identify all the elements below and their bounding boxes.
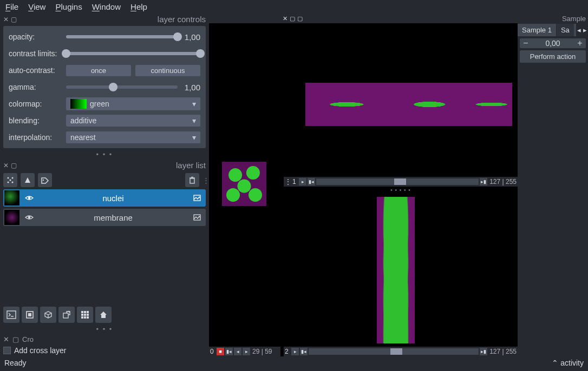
menu-help[interactable]: Help (130, 2, 147, 11)
close-icon[interactable]: ✕ (3, 335, 9, 343)
step-left-button[interactable]: ▮◂ (225, 348, 233, 355)
axis-label: 2 (285, 348, 290, 355)
once-button[interactable]: once (66, 65, 131, 76)
play-button[interactable]: ▸ (291, 348, 299, 355)
grip-icon[interactable]: ⋮ (285, 178, 291, 186)
step-right-button[interactable]: ▸▮ (480, 348, 487, 355)
dim-slider-0: 0 ■ ▮◂ ◂ ▸ 29 | 59 (209, 347, 280, 356)
contrast-slider[interactable] (66, 52, 200, 55)
cross-title: Cro (22, 335, 34, 343)
image-layer-icon (191, 194, 204, 202)
dim-track[interactable] (316, 178, 479, 185)
activity-caret[interactable]: ⌃ (552, 359, 558, 367)
close-icon[interactable]: ✕ (3, 16, 9, 23)
svg-rect-13 (7, 311, 16, 319)
colormap-select[interactable]: green▾ (66, 97, 200, 110)
layer-list-panel: ⋮ nuclei membrane (3, 171, 206, 228)
gamma-label: gamma: (9, 83, 62, 91)
popout-icon[interactable]: ▢ (12, 335, 19, 343)
menu-window[interactable]: Window (92, 2, 121, 11)
add-cross-checkbox[interactable] (3, 347, 11, 354)
menu-file[interactable]: FFileile (5, 2, 18, 11)
svg-point-2 (10, 180, 11, 181)
blending-select[interactable]: additive▾ (66, 115, 200, 127)
colormap-label: colormap: (9, 100, 62, 108)
svg-rect-19 (84, 311, 86, 313)
svg-rect-17 (63, 313, 68, 318)
layer-controls-header: ✕ ▢ layer controls (0, 14, 209, 25)
dim-track[interactable] (309, 348, 479, 355)
svg-rect-22 (84, 314, 86, 316)
svg-rect-26 (87, 316, 89, 319)
svg-rect-12 (194, 215, 200, 220)
transpose-button[interactable] (58, 307, 75, 323)
status-text: Ready (4, 359, 26, 367)
visibility-toggle[interactable] (23, 194, 36, 202)
grip-icon[interactable]: ⋮ (202, 173, 206, 187)
tab-sample2[interactable]: Sa (556, 24, 574, 36)
menubar: FFileile View Plugins Window Help (0, 0, 588, 14)
home-button[interactable] (95, 307, 112, 323)
canvas-bottom-right[interactable] (284, 194, 518, 347)
delete-layer-button[interactable] (185, 173, 199, 187)
step-left-button[interactable]: ▮◂ (308, 178, 315, 186)
svg-rect-16 (28, 313, 31, 316)
image-layer-icon (191, 213, 204, 222)
interp-select[interactable]: nearest▾ (66, 131, 200, 143)
popout-icon[interactable]: ▢ (290, 15, 295, 22)
layer-thumb (4, 210, 19, 225)
spin-down[interactable]: − (520, 38, 532, 48)
popout-icon[interactable]: ▢ (11, 16, 17, 23)
svg-point-9 (28, 197, 31, 200)
step-left-button[interactable]: ▮◂ (300, 348, 308, 355)
add-cross-label: Add cross layer (14, 346, 66, 355)
svg-rect-18 (81, 311, 83, 313)
perform-action-button[interactable]: Perform action (520, 50, 586, 63)
tab-scroll-right[interactable]: ▸ (582, 26, 588, 34)
close-icon[interactable]: ✕ (3, 162, 9, 169)
new-labels-button[interactable] (38, 173, 52, 187)
visibility-toggle[interactable] (23, 213, 36, 222)
popout-icon[interactable]: ▢ (11, 162, 17, 169)
grid-button[interactable] (77, 307, 93, 323)
gamma-slider[interactable] (66, 85, 178, 89)
sample-title: Sample (562, 15, 586, 23)
new-points-button[interactable] (3, 173, 17, 187)
tab-scroll-left[interactable]: ◂ (576, 26, 582, 34)
contrast-label: contrast limits: (9, 49, 62, 58)
console-button[interactable] (3, 307, 19, 323)
row-resize-handle[interactable]: • • • • • (284, 187, 518, 194)
menu-plugins[interactable]: Plugins (55, 2, 82, 11)
ndisplay-button[interactable] (22, 307, 38, 323)
spin-value[interactable]: 0,00 (532, 39, 574, 48)
new-shapes-button[interactable] (21, 173, 35, 187)
step-right-button[interactable]: ▸ (243, 348, 250, 355)
menu-view[interactable]: View (28, 2, 45, 11)
dim-slider-2: 2 ▸ ▮◂ ▸▮ 127 | 255 (284, 347, 518, 356)
tab-sample1[interactable]: Sample 1 (518, 24, 556, 36)
step-left-button[interactable]: ◂ (234, 348, 241, 355)
stop-button[interactable]: ■ (217, 348, 224, 355)
svg-rect-6 (190, 178, 194, 183)
svg-rect-20 (87, 311, 89, 313)
drag-handle[interactable]: • • • (3, 324, 206, 334)
spin-up[interactable]: + (574, 38, 586, 48)
continuous-button[interactable]: continuous (135, 65, 200, 76)
layer-item-membrane[interactable]: membrane (3, 209, 206, 226)
popout-icon[interactable]: ▢ (297, 15, 303, 22)
canvas-main[interactable] (209, 23, 280, 347)
activity-button[interactable]: activity (560, 359, 584, 367)
play-button[interactable]: ▸ (299, 178, 306, 186)
svg-point-11 (28, 216, 31, 219)
canvas-top-right[interactable] (284, 23, 518, 177)
roll-dims-button[interactable] (40, 307, 56, 323)
layer-item-nuclei[interactable]: nuclei (3, 189, 206, 207)
step-right-button[interactable]: ▸▮ (480, 178, 487, 186)
close-icon[interactable]: ✕ (283, 15, 288, 22)
svg-rect-23 (87, 314, 89, 316)
opacity-slider[interactable] (66, 35, 178, 38)
autocontrast-label: auto-contrast: (9, 66, 62, 75)
viewer-area: ✕ ▢ ▢ 0 ■ ▮◂ ◂ ▸ 29 | 59 (209, 14, 518, 356)
layer-name: membrane (36, 213, 191, 222)
drag-handle[interactable]: • • • (0, 149, 209, 160)
